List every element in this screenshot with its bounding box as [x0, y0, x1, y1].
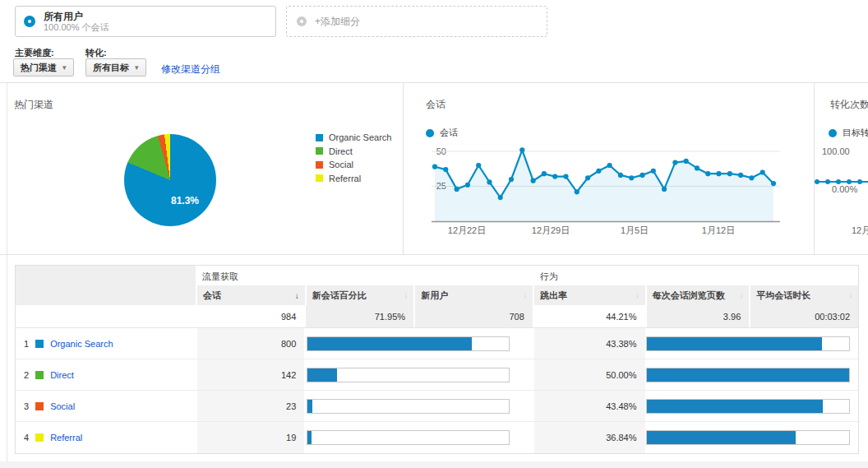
chevron-down-icon: ▾ — [62, 63, 67, 72]
table-body: 1Organic Search80043.38%2Direct14250.00%… — [16, 328, 858, 453]
data-point — [585, 175, 590, 180]
channel-link[interactable]: Organic Search — [50, 339, 113, 349]
row-rank: 1 — [24, 339, 29, 349]
add-segment-label: +添加细分 — [315, 15, 360, 29]
pie-slice-label: 81.3% — [171, 195, 199, 206]
table-header: 流量获取 行为 会话↓新会话百分比↓新用户↓跳出率↓每次会话浏览页数↓平均会话时… — [16, 266, 858, 305]
column-header-1[interactable]: 新会话百分比↓ — [305, 285, 414, 305]
sessions-bar-cell — [304, 328, 532, 359]
bounce-rate-value: 43.38% — [533, 328, 645, 359]
channels-table: 流量获取 行为 会话↓新会话百分比↓新用户↓跳出率↓每次会话浏览页数↓平均会话时… — [15, 265, 859, 454]
column-header-4[interactable]: 每次会话浏览页数↓ — [645, 285, 750, 305]
legend-color-icon — [316, 161, 323, 169]
bar-fill — [647, 431, 796, 444]
bar-fill — [647, 368, 849, 382]
dimension-dropdown-value: 热门渠道 — [21, 62, 57, 74]
sort-icon: ↓ — [635, 291, 639, 299]
sessions-bar-cell — [304, 422, 532, 453]
sessions-line-chart[interactable] — [432, 141, 780, 223]
data-point — [639, 173, 644, 178]
sessions-legend: 会话 — [426, 127, 458, 139]
data-point — [443, 167, 448, 172]
data-point — [432, 164, 437, 169]
data-point — [825, 179, 830, 184]
totals-cell: 71.95% — [304, 305, 413, 327]
dimension-column-header[interactable] — [16, 266, 196, 305]
data-point — [727, 171, 732, 176]
data-point — [749, 175, 754, 180]
data-point — [476, 163, 481, 168]
analytics-report: 所有用户 100.00% 个会话 +添加细分 主要维度: 转化: 热门渠道 ▾ … — [0, 0, 868, 468]
sessions-value: 800 — [196, 328, 305, 359]
totals-cell: 708 — [413, 305, 533, 327]
data-point — [618, 173, 623, 178]
data-point — [575, 189, 579, 194]
data-point — [509, 177, 514, 182]
column-group-acquisition: 流量获取 — [202, 271, 238, 283]
metric-header-row: 会话↓新会话百分比↓新用户↓跳出率↓每次会话浏览页数↓平均会话时长↓ — [196, 285, 858, 305]
segment-title: 所有用户 — [44, 11, 108, 22]
table-row: 4Referral1936.84% — [16, 422, 858, 453]
bar-track — [307, 368, 510, 382]
dimension-cell: 1Organic Search — [16, 328, 196, 359]
data-point — [760, 169, 765, 174]
primary-dimension-label: 主要维度: — [15, 47, 54, 59]
dimension-dropdown[interactable]: 热门渠道 ▾ — [13, 58, 74, 76]
sessions-value: 142 — [196, 359, 305, 390]
segment-all-users[interactable]: 所有用户 100.00% 个会话 — [15, 6, 276, 37]
data-point — [542, 171, 547, 176]
data-point — [684, 159, 689, 164]
add-segment-button[interactable]: +添加细分 — [286, 6, 547, 37]
sessions-panel-title: 会话 — [426, 98, 446, 112]
sessions-legend-label: 会话 — [440, 127, 458, 139]
bar-track — [307, 430, 510, 445]
table-row: 2Direct14250.00% — [16, 359, 858, 391]
x-tick: 12月22日 — [448, 225, 486, 237]
data-point — [563, 174, 568, 179]
bar-track — [646, 368, 850, 382]
data-point — [596, 169, 601, 174]
sort-icon: ↓ — [849, 291, 853, 299]
legend-item-label: Social — [329, 160, 353, 169]
sessions-value: 23 — [196, 391, 305, 421]
data-point — [738, 173, 743, 178]
totals-cell: 984 — [196, 305, 305, 327]
legend-item-label: Direct — [329, 146, 353, 156]
data-point — [672, 160, 677, 165]
segment-subtitle: 100.00% 个会话 — [44, 22, 108, 33]
panel-divider — [403, 83, 404, 255]
channels-pie[interactable] — [124, 134, 216, 226]
area-fill — [435, 150, 773, 221]
data-point — [695, 165, 699, 170]
channel-link[interactable]: Direct — [50, 370, 74, 380]
data-point — [498, 195, 503, 200]
bar-fill — [307, 368, 336, 382]
column-header-2[interactable]: 新用户↓ — [413, 285, 533, 305]
bar-fill — [647, 337, 823, 350]
totals-cell: 44.21% — [533, 305, 645, 327]
column-header-bounce-rate[interactable]: 跳出率↓ — [533, 285, 645, 305]
legend-color-icon — [316, 147, 323, 155]
data-point — [465, 183, 470, 188]
data-point — [455, 187, 459, 192]
edit-channel-grouping-link[interactable]: 修改渠道分组 — [161, 63, 220, 76]
column-header-sessions[interactable]: 会话↓ — [196, 285, 305, 305]
goal-dropdown[interactable]: 所有目标 ▾ — [85, 58, 146, 76]
column-header-5[interactable]: 平均会话时长↓ — [749, 285, 858, 305]
conversions-legend-label: 目标转化率 — [843, 127, 868, 139]
series-dot-icon — [426, 129, 434, 137]
data-point — [771, 181, 776, 186]
bar-fill — [307, 431, 312, 444]
bounce-bar-cell — [645, 359, 858, 390]
legend-item: Social — [316, 160, 391, 169]
channel-link[interactable]: Referral — [50, 433, 82, 443]
channel-color-icon — [35, 340, 44, 348]
column-header-label: 平均会话时长 — [756, 290, 810, 302]
row-rank: 4 — [24, 433, 29, 443]
channel-link[interactable]: Social — [50, 401, 75, 411]
table-row: 1Organic Search80043.38% — [16, 328, 858, 359]
row-rank: 2 — [24, 370, 29, 380]
data-point — [705, 171, 710, 176]
bar-fill — [647, 400, 823, 413]
conv-line-label: 0.00% — [832, 184, 857, 194]
